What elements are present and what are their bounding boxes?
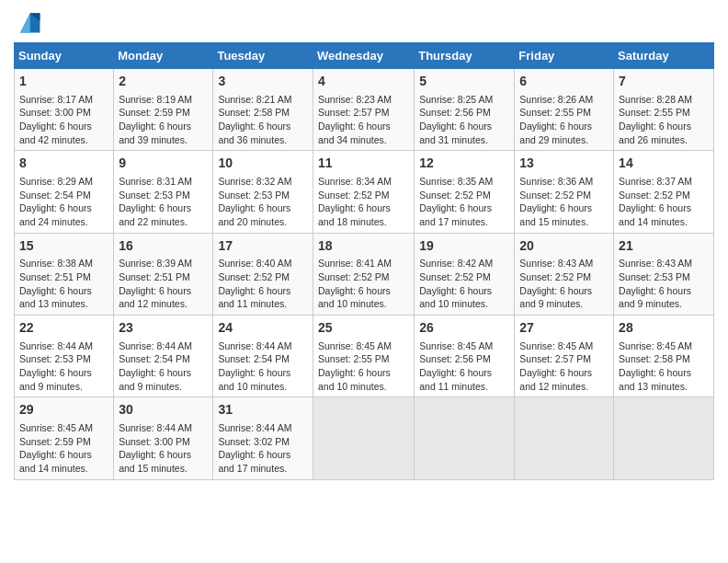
day-number: 16 <box>119 237 208 256</box>
day-cell <box>515 397 614 479</box>
weekday-header-tuesday: Tuesday <box>213 43 313 69</box>
day-number: 9 <box>119 155 208 173</box>
day-number: 26 <box>419 319 509 338</box>
day-number: 8 <box>19 155 108 173</box>
day-number: 18 <box>318 237 409 256</box>
day-content: Sunrise: 8:40 AM Sunset: 2:52 PM Dayligh… <box>218 257 308 311</box>
day-cell: 13Sunrise: 8:36 AM Sunset: 2:52 PM Dayli… <box>515 151 614 233</box>
weekday-header-saturday: Saturday <box>614 43 714 69</box>
week-row-2: 8Sunrise: 8:29 AM Sunset: 2:54 PM Daylig… <box>15 151 714 233</box>
day-content: Sunrise: 8:44 AM Sunset: 2:54 PM Dayligh… <box>218 339 308 394</box>
day-cell: 5Sunrise: 8:25 AM Sunset: 2:56 PM Daylig… <box>415 69 515 151</box>
day-content: Sunrise: 8:44 AM Sunset: 3:00 PM Dayligh… <box>119 421 208 476</box>
day-number: 23 <box>119 319 208 338</box>
day-content: Sunrise: 8:41 AM Sunset: 2:52 PM Dayligh… <box>318 257 409 311</box>
day-content: Sunrise: 8:45 AM Sunset: 2:57 PM Dayligh… <box>519 339 609 394</box>
day-cell <box>614 397 714 479</box>
day-number: 17 <box>218 237 308 256</box>
day-cell: 11Sunrise: 8:34 AM Sunset: 2:52 PM Dayli… <box>313 151 414 233</box>
logo <box>14 9 47 35</box>
day-cell: 25Sunrise: 8:45 AM Sunset: 2:55 PM Dayli… <box>313 316 414 397</box>
day-number: 5 <box>419 73 509 91</box>
day-cell: 7Sunrise: 8:28 AM Sunset: 2:55 PM Daylig… <box>614 69 714 151</box>
calendar-header: SundayMondayTuesdayWednesdayThursdayFrid… <box>15 43 714 69</box>
day-number: 15 <box>19 237 108 256</box>
svg-marker-1 <box>20 13 30 32</box>
day-cell: 20Sunrise: 8:43 AM Sunset: 2:52 PM Dayli… <box>515 233 614 315</box>
day-cell: 27Sunrise: 8:45 AM Sunset: 2:57 PM Dayli… <box>515 316 614 397</box>
day-cell: 28Sunrise: 8:45 AM Sunset: 2:58 PM Dayli… <box>614 316 714 397</box>
day-content: Sunrise: 8:44 AM Sunset: 2:54 PM Dayligh… <box>119 339 208 394</box>
day-number: 22 <box>19 319 108 338</box>
day-number: 30 <box>119 401 208 419</box>
weekday-header-wednesday: Wednesday <box>313 43 414 69</box>
day-content: Sunrise: 8:17 AM Sunset: 3:00 PM Dayligh… <box>19 93 108 147</box>
day-number: 31 <box>218 401 308 419</box>
day-cell: 24Sunrise: 8:44 AM Sunset: 2:54 PM Dayli… <box>213 316 313 397</box>
day-cell: 30Sunrise: 8:44 AM Sunset: 3:00 PM Dayli… <box>114 397 213 479</box>
day-content: Sunrise: 8:36 AM Sunset: 2:52 PM Dayligh… <box>519 175 609 229</box>
day-cell: 2Sunrise: 8:19 AM Sunset: 2:59 PM Daylig… <box>114 69 213 151</box>
day-content: Sunrise: 8:25 AM Sunset: 2:56 PM Dayligh… <box>419 93 509 147</box>
day-number: 12 <box>419 155 509 173</box>
day-number: 2 <box>119 73 208 91</box>
day-cell: 22Sunrise: 8:44 AM Sunset: 2:53 PM Dayli… <box>15 316 114 397</box>
day-number: 28 <box>619 319 709 338</box>
day-content: Sunrise: 8:42 AM Sunset: 2:52 PM Dayligh… <box>419 257 509 311</box>
day-number: 3 <box>218 73 308 91</box>
day-cell: 29Sunrise: 8:45 AM Sunset: 2:59 PM Dayli… <box>15 397 114 479</box>
day-number: 25 <box>318 319 409 338</box>
day-number: 4 <box>318 73 409 91</box>
day-number: 11 <box>318 155 409 173</box>
day-number: 7 <box>619 73 709 91</box>
header <box>14 9 714 35</box>
weekday-header-row: SundayMondayTuesdayWednesdayThursdayFrid… <box>15 43 714 69</box>
day-number: 24 <box>218 319 308 338</box>
calendar: SundayMondayTuesdayWednesdayThursdayFrid… <box>14 42 714 480</box>
day-cell: 14Sunrise: 8:37 AM Sunset: 2:52 PM Dayli… <box>614 151 714 233</box>
day-cell: 26Sunrise: 8:45 AM Sunset: 2:56 PM Dayli… <box>415 316 515 397</box>
day-number: 27 <box>519 319 609 338</box>
day-content: Sunrise: 8:44 AM Sunset: 3:02 PM Dayligh… <box>218 421 308 476</box>
day-number: 6 <box>519 73 609 91</box>
day-number: 10 <box>218 155 308 173</box>
day-number: 1 <box>19 73 108 91</box>
day-cell: 12Sunrise: 8:35 AM Sunset: 2:52 PM Dayli… <box>415 151 515 233</box>
weekday-header-friday: Friday <box>515 43 614 69</box>
day-cell <box>313 397 414 479</box>
day-content: Sunrise: 8:29 AM Sunset: 2:54 PM Dayligh… <box>19 175 108 229</box>
day-content: Sunrise: 8:39 AM Sunset: 2:51 PM Dayligh… <box>119 257 208 311</box>
day-content: Sunrise: 8:35 AM Sunset: 2:52 PM Dayligh… <box>419 175 509 229</box>
day-content: Sunrise: 8:43 AM Sunset: 2:53 PM Dayligh… <box>619 257 709 311</box>
week-row-3: 15Sunrise: 8:38 AM Sunset: 2:51 PM Dayli… <box>15 233 714 315</box>
day-content: Sunrise: 8:26 AM Sunset: 2:55 PM Dayligh… <box>519 93 609 147</box>
day-cell: 15Sunrise: 8:38 AM Sunset: 2:51 PM Dayli… <box>15 233 114 315</box>
day-cell: 31Sunrise: 8:44 AM Sunset: 3:02 PM Dayli… <box>213 397 313 479</box>
day-number: 19 <box>419 237 509 256</box>
day-content: Sunrise: 8:45 AM Sunset: 2:55 PM Dayligh… <box>318 339 409 394</box>
day-content: Sunrise: 8:43 AM Sunset: 2:52 PM Dayligh… <box>519 257 609 311</box>
day-cell: 4Sunrise: 8:23 AM Sunset: 2:57 PM Daylig… <box>313 69 414 151</box>
day-cell: 10Sunrise: 8:32 AM Sunset: 2:53 PM Dayli… <box>213 151 313 233</box>
week-row-4: 22Sunrise: 8:44 AM Sunset: 2:53 PM Dayli… <box>15 316 714 397</box>
day-cell: 21Sunrise: 8:43 AM Sunset: 2:53 PM Dayli… <box>614 233 714 315</box>
day-content: Sunrise: 8:45 AM Sunset: 2:56 PM Dayligh… <box>419 339 509 394</box>
day-cell: 18Sunrise: 8:41 AM Sunset: 2:52 PM Dayli… <box>313 233 414 315</box>
day-content: Sunrise: 8:19 AM Sunset: 2:59 PM Dayligh… <box>119 93 208 147</box>
day-cell: 16Sunrise: 8:39 AM Sunset: 2:51 PM Dayli… <box>114 233 213 315</box>
day-cell: 9Sunrise: 8:31 AM Sunset: 2:53 PM Daylig… <box>114 151 213 233</box>
day-number: 20 <box>519 237 609 256</box>
day-cell: 6Sunrise: 8:26 AM Sunset: 2:55 PM Daylig… <box>515 69 614 151</box>
day-cell <box>415 397 515 479</box>
day-content: Sunrise: 8:23 AM Sunset: 2:57 PM Dayligh… <box>318 93 409 147</box>
day-cell: 19Sunrise: 8:42 AM Sunset: 2:52 PM Dayli… <box>415 233 515 315</box>
day-number: 14 <box>619 155 709 173</box>
day-cell: 8Sunrise: 8:29 AM Sunset: 2:54 PM Daylig… <box>15 151 114 233</box>
day-cell: 23Sunrise: 8:44 AM Sunset: 2:54 PM Dayli… <box>114 316 213 397</box>
weekday-header-thursday: Thursday <box>415 43 515 69</box>
day-cell: 17Sunrise: 8:40 AM Sunset: 2:52 PM Dayli… <box>213 233 313 315</box>
day-cell: 1Sunrise: 8:17 AM Sunset: 3:00 PM Daylig… <box>15 69 114 151</box>
calendar-body: 1Sunrise: 8:17 AM Sunset: 3:00 PM Daylig… <box>15 69 714 480</box>
day-number: 29 <box>19 401 108 419</box>
week-row-5: 29Sunrise: 8:45 AM Sunset: 2:59 PM Dayli… <box>15 397 714 479</box>
